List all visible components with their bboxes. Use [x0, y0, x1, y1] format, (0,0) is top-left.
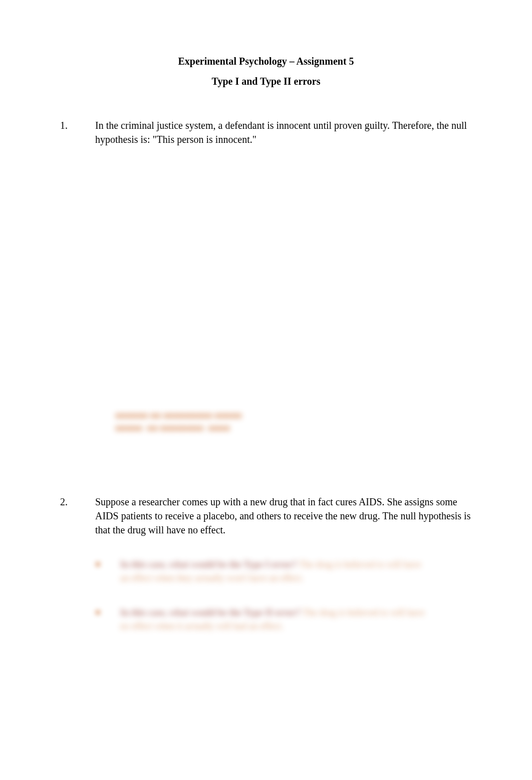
- question-1: 1. In the criminal justice system, a def…: [60, 118, 472, 146]
- obscured-sub-line: no effect when it actually will had an e…: [120, 620, 472, 633]
- question-2-sub-2: ■ In this case, what would be the Type I…: [95, 606, 472, 633]
- document-subtitle: Type I and Type II errors: [60, 74, 472, 88]
- document-header: Experimental Psychology – Assignment 5 T…: [60, 54, 472, 88]
- question-2: 2. Suppose a researcher comes up with a …: [60, 495, 472, 633]
- obscured-sub-number: ■: [95, 606, 120, 633]
- question-1-number: 1.: [60, 118, 95, 146]
- question-1-text: In the criminal justice system, a defend…: [95, 118, 472, 146]
- obscured-answer-text: The drug is believed to will have: [297, 559, 421, 569]
- obscured-sub-line: an effect when they actually won't have …: [120, 571, 472, 585]
- question-2-number: 2.: [60, 495, 95, 633]
- spacer: [60, 166, 472, 450]
- question-2-text: Suppose a researcher comes up with a new…: [95, 495, 472, 537]
- obscured-line: ■■■■■ ■■ ■■■■■■■■ ■■■■: [115, 422, 472, 435]
- obscured-prompt-text: In this case, what would be the Type II …: [120, 608, 301, 618]
- question-2-sub-1: ■ In this case, what would be the Type I…: [95, 558, 472, 585]
- obscured-sub-line: In this case, what would be the Type I e…: [120, 558, 472, 571]
- obscured-sub-number: ■: [95, 558, 120, 585]
- document-title: Experimental Psychology – Assignment 5: [60, 54, 472, 68]
- obscured-sub-line: In this case, what would be the Type II …: [120, 606, 472, 620]
- obscured-answer-text: The drug is believed to will have: [301, 608, 425, 618]
- obscured-line: ■■■■■■ ■■ ■■■■■■■■■ ■■■■■: [115, 410, 472, 422]
- obscured-prompt-text: In this case, what would be the Type I e…: [120, 559, 297, 569]
- obscured-content-block: ■■■■■■ ■■ ■■■■■■■■■ ■■■■■ ■■■■■ ■■ ■■■■■…: [115, 410, 472, 435]
